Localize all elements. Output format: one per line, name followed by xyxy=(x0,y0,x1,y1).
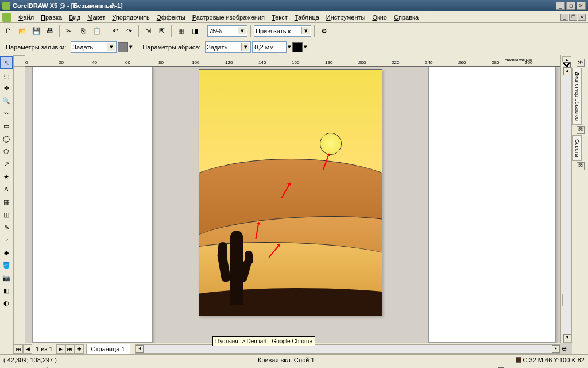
vertical-scrollbar[interactable]: ▴ ▾ xyxy=(563,67,572,343)
menu-таблица[interactable]: Таблица xyxy=(291,13,323,22)
doc-restore-button[interactable]: ❐ xyxy=(569,14,577,21)
doc-minimize-button[interactable]: _ xyxy=(560,14,568,21)
menu-справка[interactable]: Справка xyxy=(390,13,422,22)
tool-19[interactable]: ◐ xyxy=(0,297,13,309)
tool-14[interactable]: ⟋ xyxy=(0,233,13,246)
export-button[interactable]: ⇱ xyxy=(156,25,168,37)
canvas[interactable] xyxy=(25,67,560,343)
scroll-up-button[interactable]: ▴ xyxy=(563,67,571,75)
tool-3[interactable]: 🔍 xyxy=(0,94,13,107)
tool-6[interactable]: ◯ xyxy=(0,132,13,145)
window-title: CorelDRAW X5 @ - [Безымянный-1] xyxy=(13,2,556,9)
paste-button[interactable]: 📋 xyxy=(90,25,103,37)
menu-упорядочить[interactable]: Упорядочить xyxy=(109,13,153,22)
docker-close-button[interactable]: ☒ xyxy=(577,162,585,170)
tool-13[interactable]: ✎ xyxy=(0,221,13,233)
property-bar: Параметры заливки: Задать ▾ ▾ Параметры … xyxy=(0,39,588,55)
page-blank-right xyxy=(428,67,556,343)
docker-tab-hints[interactable]: Советы xyxy=(572,135,582,161)
options-button[interactable]: ⚙ xyxy=(318,25,330,37)
tool-2[interactable]: ✥ xyxy=(0,82,13,94)
scroll-left-button[interactable]: ◂ xyxy=(136,345,144,353)
tool-9[interactable]: ★ xyxy=(0,170,13,183)
outline-swatch[interactable] xyxy=(292,42,303,52)
copy-button[interactable]: ⎘ xyxy=(76,25,89,37)
tool-15[interactable]: ◆ xyxy=(0,246,13,259)
first-page-button[interactable]: ⏮ xyxy=(14,344,23,354)
new-button[interactable]: 🗋 xyxy=(2,25,15,37)
tool-0[interactable]: ↖ xyxy=(0,56,13,69)
horizontal-scrollbar[interactable]: ◂ ▸ xyxy=(135,344,560,354)
menu-инструменты[interactable]: Инструменты xyxy=(323,13,369,22)
chevron-down-icon[interactable]: ▾ xyxy=(241,43,249,51)
menu-растровые изображения[interactable]: Растровые изображения xyxy=(189,13,268,22)
import-button[interactable]: ⇲ xyxy=(142,25,154,37)
open-button[interactable]: 📂 xyxy=(16,25,29,37)
tool-1[interactable]: ⬚ xyxy=(0,69,13,82)
ruler-tick: 300 xyxy=(525,60,532,65)
menu-текст[interactable]: Текст xyxy=(268,13,291,22)
outline-swatch-dd[interactable]: ▾ xyxy=(304,43,307,51)
menu-правка[interactable]: Правка xyxy=(37,13,65,22)
doc-close-button[interactable]: ✕ xyxy=(578,14,586,21)
tool-8[interactable]: ↗ xyxy=(0,158,13,170)
print-button[interactable]: 🖶 xyxy=(44,25,56,37)
horizontal-ruler[interactable]: миллиметры 02040608010012014016018020022… xyxy=(25,55,560,67)
outline-combo[interactable]: Задать ▾ xyxy=(205,41,251,53)
fill-combo[interactable]: Задать ▾ xyxy=(71,41,117,53)
prev-page-button[interactable]: ◀ xyxy=(23,344,32,354)
vertical-ruler[interactable] xyxy=(14,67,25,343)
minimize-button[interactable]: _ xyxy=(556,2,565,10)
menu-эффекты[interactable]: Эффекты xyxy=(153,13,189,22)
tool-10[interactable]: A xyxy=(0,183,13,195)
tool-11[interactable]: ▦ xyxy=(0,195,13,208)
save-button[interactable]: 💾 xyxy=(30,25,42,37)
standard-toolbar: 🗋 📂 💾 🖶 ✂ ⎘ 📋 ↶ ↷ ⇲ ⇱ ▦ ◨ 75% ▾ Привязат… xyxy=(0,23,588,39)
redo-button[interactable]: ↷ xyxy=(123,25,136,37)
docker-close-button[interactable]: ☒ xyxy=(577,126,585,134)
undo-button[interactable]: ↶ xyxy=(109,25,122,37)
menu-вид[interactable]: Вид xyxy=(65,13,84,22)
ruler-tick: 260 xyxy=(458,60,466,65)
menu-окно[interactable]: Окно xyxy=(369,13,390,22)
fill-swatch[interactable] xyxy=(118,42,128,52)
tool-4[interactable]: 〰 xyxy=(0,107,13,120)
scroll-down-button[interactable]: ▾ xyxy=(563,334,571,342)
next-page-button[interactable]: ▶ xyxy=(56,344,65,354)
chevron-down-icon[interactable]: ▾ xyxy=(107,43,115,51)
zoom-combo[interactable]: 75% ▾ xyxy=(207,25,247,37)
fill-indicator[interactable] xyxy=(516,357,521,363)
artwork-page[interactable] xyxy=(199,69,382,316)
outline-width-dd[interactable]: ▾ xyxy=(288,43,291,51)
maximize-button[interactable]: ◻ xyxy=(566,2,575,10)
zoom-dropdown-icon[interactable]: ▾ xyxy=(238,27,246,34)
tool-12[interactable]: ◫ xyxy=(0,208,13,221)
add-page-button[interactable]: ✚ xyxy=(75,344,84,354)
tool-17[interactable]: 📷 xyxy=(0,271,13,284)
snap-dropdown-icon[interactable]: ▾ xyxy=(301,27,310,34)
snap-combo[interactable]: Привязать к ▾ xyxy=(254,25,311,37)
docker-tab-object-manager[interactable]: Диспетчер объектов xyxy=(572,68,582,125)
app-launcher-button[interactable]: ▦ xyxy=(175,25,187,37)
tool-7[interactable]: ⬠ xyxy=(0,145,13,158)
close-button[interactable]: ✕ xyxy=(577,2,586,10)
menu-макет[interactable]: Макет xyxy=(84,13,109,22)
ruler-origin[interactable] xyxy=(14,55,25,67)
menu-файл[interactable]: Файл xyxy=(15,13,37,22)
welcome-button[interactable]: ◨ xyxy=(188,25,201,37)
tool-5[interactable]: ▭ xyxy=(0,120,13,132)
outline-width-spin[interactable]: 0,2 мм xyxy=(252,41,287,53)
navigator-button[interactable]: ⊕ xyxy=(562,345,570,353)
ruler-tick: 80 xyxy=(158,60,164,65)
palette-up-button[interactable]: ▴ xyxy=(562,56,571,62)
docker-menu-button[interactable]: ≫ xyxy=(577,59,585,67)
cactus-shape[interactable] xyxy=(219,231,254,305)
last-page-button[interactable]: ⏭ xyxy=(65,344,75,354)
tool-18[interactable]: ◧ xyxy=(0,284,13,297)
tool-16[interactable]: 🪣 xyxy=(0,259,13,271)
page-tab-1[interactable]: Страница 1 xyxy=(86,344,130,354)
fill-swatch-dd[interactable]: ▾ xyxy=(129,43,133,51)
scroll-right-button[interactable]: ▸ xyxy=(552,345,560,353)
cut-button[interactable]: ✂ xyxy=(63,25,75,37)
snap-label: Привязать к xyxy=(256,28,291,34)
